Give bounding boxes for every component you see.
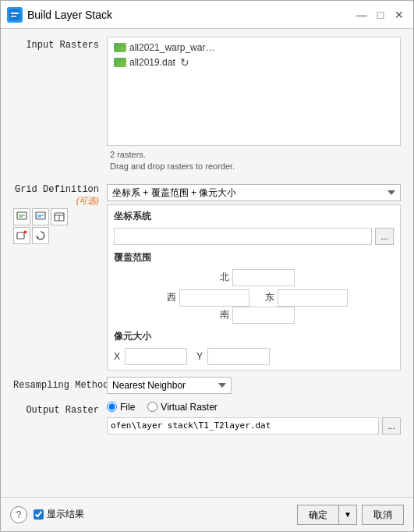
main-window: Build Layer Stack — □ ✕ Input Rasters al… <box>0 0 414 532</box>
virtual-option[interactable]: Virtual Raster <box>147 402 217 413</box>
show-results-checkbox[interactable] <box>34 509 44 520</box>
pixel-section-title: 像元大小 <box>114 330 394 343</box>
title-bar: Build Layer Stack — □ ✕ <box>1 1 413 29</box>
file-radio[interactable] <box>107 402 117 412</box>
grid-icons-row <box>13 208 99 225</box>
grid-def-select[interactable]: 坐标系 + 覆盖范围 + 像元大小 <box>107 184 401 201</box>
output-raster-control: File Virtual Raster ... <box>107 402 401 434</box>
west-input[interactable] <box>179 289 249 307</box>
help-button[interactable]: ? <box>10 506 27 523</box>
south-input[interactable] <box>232 307 295 324</box>
north-label: 北 <box>214 271 229 284</box>
raster-name-1: all2021_warp_war… <box>129 42 214 53</box>
confirm-dropdown-button[interactable]: ▼ <box>338 505 357 525</box>
grid-def-sublabel: (可选) <box>13 195 99 207</box>
window-controls: — □ ✕ <box>354 7 407 23</box>
raster-icon-2 <box>114 58 126 67</box>
input-rasters-control: all2021_warp_war… all2019.dat ↻ 2 raster… <box>107 37 401 176</box>
crs-dots-button[interactable]: ... <box>375 228 394 245</box>
virtual-label: Virtual Raster <box>161 402 217 413</box>
grid-icon-btn-4[interactable] <box>13 227 30 244</box>
title-bar-left: Build Layer Stack <box>7 7 112 23</box>
raster-icon-1 <box>114 43 126 52</box>
svg-rect-2 <box>11 16 16 17</box>
input-rasters-row: Input Rasters all2021_warp_war… all2019.… <box>13 37 401 176</box>
maximize-button[interactable]: □ <box>373 7 388 23</box>
grid-def-label-block: Grid Definition (可选) <box>13 184 107 244</box>
grid-icon-btn-2[interactable] <box>32 208 49 225</box>
pixel-x-label: X <box>114 351 120 362</box>
show-results-label[interactable]: 显示结果 <box>34 508 84 521</box>
grid-definition-row: Grid Definition (可选) <box>13 184 401 371</box>
close-button[interactable]: ✕ <box>391 7 407 23</box>
file-path-input[interactable] <box>107 417 379 434</box>
grid-icons-row-2 <box>13 227 99 244</box>
svg-rect-0 <box>9 9 20 20</box>
north-row: 北 <box>114 269 394 286</box>
south-row: 南 <box>114 307 394 324</box>
bottom-bar: ? 显示结果 确定 ▼ 取消 <box>1 497 413 531</box>
minimize-button[interactable]: — <box>354 7 370 23</box>
bottom-right: 确定 ▼ 取消 <box>297 505 404 525</box>
bottom-left: ? 显示结果 <box>10 506 84 523</box>
grid-icon-btn-1[interactable] <box>13 208 30 225</box>
west-label: 西 <box>161 291 176 304</box>
file-option[interactable]: File <box>107 402 135 413</box>
raster-name-2: all2019.dat <box>129 57 175 68</box>
resampling-select[interactable]: Nearest Neighbor Bilinear Cubic Cubic Sp… <box>107 377 232 394</box>
input-rasters-label: Input Rasters <box>13 37 107 51</box>
app-icon <box>7 7 23 23</box>
rasters-hint: Drag and drop rasters to reorder. <box>110 161 398 172</box>
grid-def-controls: 坐标系 + 覆盖范围 + 像元大小 坐标系统 ... 覆盖范围 北 <box>107 184 401 371</box>
window-title: Build Layer Stack <box>27 9 112 21</box>
svg-rect-1 <box>11 12 19 14</box>
grid-icon-btn-5[interactable] <box>32 227 49 244</box>
svg-rect-12 <box>17 232 24 239</box>
content-area: Input Rasters all2021_warp_war… all2019.… <box>1 29 413 497</box>
rasters-count: 2 rasters. <box>110 149 398 161</box>
crs-section-title: 坐标系统 <box>114 210 394 223</box>
output-type-row: File Virtual Raster <box>107 402 401 413</box>
we-row: 西 东 <box>114 289 394 307</box>
confirm-arrow-icon: ▼ <box>344 510 352 519</box>
confirm-split-btn: 确定 ▼ <box>297 505 357 525</box>
confirm-button[interactable]: 确定 <box>297 505 338 525</box>
grid-icon-btn-3[interactable] <box>51 208 68 225</box>
pixel-y-label: Y <box>196 351 203 362</box>
grid-def-label: Grid Definition <box>13 184 99 195</box>
raster-item-1: all2021_warp_war… <box>111 41 397 55</box>
show-results-text: 显示结果 <box>47 508 84 521</box>
resampling-label: Resampling Method <box>13 377 107 391</box>
resampling-row: Resampling Method Nearest Neighbor Bilin… <box>13 377 401 394</box>
rasters-footer: 2 rasters. Drag and drop rasters to reor… <box>107 146 401 176</box>
north-input[interactable] <box>232 269 295 286</box>
grid-panel: 坐标系统 ... 覆盖范围 北 西 <box>107 204 401 371</box>
south-label: 南 <box>214 308 229 321</box>
crs-input[interactable] <box>114 228 372 245</box>
raster-item-2: all2019.dat ↻ <box>111 55 397 70</box>
pixel-y-input[interactable] <box>207 348 270 365</box>
output-raster-label: Output Raster <box>13 402 107 416</box>
pixel-row: X Y <box>114 348 394 365</box>
file-label: File <box>120 402 135 413</box>
file-path-row: ... <box>107 417 401 434</box>
resampling-control: Nearest Neighbor Bilinear Cubic Cubic Sp… <box>107 377 401 394</box>
virtual-radio[interactable] <box>147 402 157 412</box>
pixel-x-input[interactable] <box>125 348 187 365</box>
crs-row: ... <box>114 228 394 245</box>
extent-section-title: 覆盖范围 <box>114 251 394 264</box>
raster-refresh-icon[interactable]: ↻ <box>180 56 189 69</box>
file-path-dots-button[interactable]: ... <box>382 417 401 434</box>
cancel-button[interactable]: 取消 <box>362 505 404 525</box>
east-input[interactable] <box>278 289 348 307</box>
output-raster-row: Output Raster File Virtual Raster ... <box>13 402 401 434</box>
east-label: 东 <box>259 291 274 304</box>
rasters-box[interactable]: all2021_warp_war… all2019.dat ↻ <box>107 37 401 146</box>
